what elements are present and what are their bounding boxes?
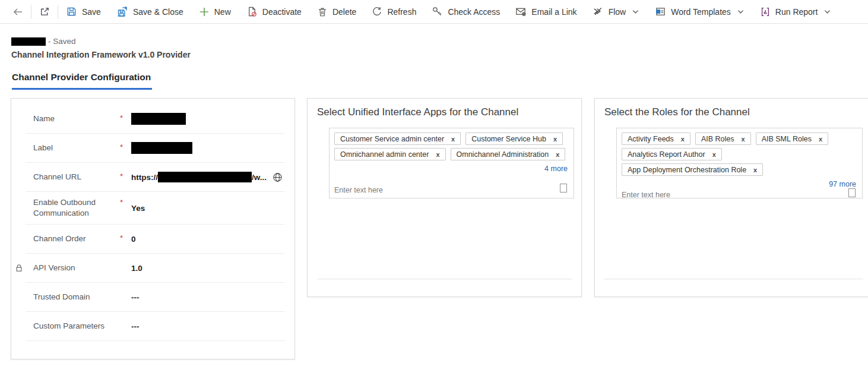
flow-button[interactable]: Flow xyxy=(585,0,648,23)
field-label: Label xyxy=(33,143,120,153)
key-icon xyxy=(432,6,443,17)
field-row-name: Name * xyxy=(26,105,285,134)
remove-tag-icon[interactable]: x xyxy=(819,135,822,143)
unrendered-glyph-icon xyxy=(848,188,856,197)
save-and-close-button[interactable]: Save & Close xyxy=(109,0,191,23)
command-bar: Save Save & Close New Deactivate Delete … xyxy=(0,0,868,24)
delete-button[interactable]: Delete xyxy=(309,0,364,23)
save-status-label: - Saved xyxy=(48,37,76,46)
channel-url-field[interactable]: https:///w... xyxy=(131,172,283,182)
save-and-close-label: Save & Close xyxy=(133,7,183,17)
remove-tag-icon[interactable]: x xyxy=(556,151,559,158)
channel-order-field[interactable]: 0 xyxy=(131,235,136,244)
tag-label: Activity Feeds xyxy=(628,135,674,143)
app-tag: Customer Service admin centerx xyxy=(334,133,461,145)
field-row-channel-order: Channel Order * 0 xyxy=(26,225,285,254)
tab-strip: Channel Provider Configuration xyxy=(12,72,152,90)
delete-label: Delete xyxy=(332,7,356,17)
refresh-label: Refresh xyxy=(387,7,416,17)
tag-label: Customer Service Hub xyxy=(471,135,546,143)
run-report-label: Run Report xyxy=(775,7,818,17)
field-row-api-version: API Version 1.0 xyxy=(26,254,285,283)
back-button[interactable] xyxy=(5,0,31,23)
redacted-value xyxy=(131,142,192,154)
record-type-label: Channel Integration Framework v1.0 Provi… xyxy=(11,50,191,59)
email-a-link-button[interactable]: Email a Link xyxy=(508,0,584,23)
field-label: Channel Order xyxy=(33,234,120,244)
record-status: - Saved xyxy=(11,37,76,46)
field-row-channel-url: Channel URL * https:///w... xyxy=(26,163,285,192)
remove-tag-icon[interactable]: x xyxy=(436,151,439,158)
section-divider xyxy=(604,279,863,279)
name-field[interactable] xyxy=(131,113,186,125)
save-button[interactable]: Save xyxy=(58,0,109,23)
envelope-icon xyxy=(515,6,527,17)
remove-tag-icon[interactable]: x xyxy=(681,135,685,143)
save-icon xyxy=(66,6,77,17)
roles-multiselect[interactable]: Activity Feedsx AIB Rolesx AIB SML Roles… xyxy=(616,128,863,198)
trusted-domain-field[interactable]: --- xyxy=(131,293,140,302)
section-divider xyxy=(317,279,572,279)
unrendered-glyph-icon xyxy=(560,184,567,193)
apps-more-link[interactable]: 4 more xyxy=(334,165,569,173)
word-templates-label: Word Templates xyxy=(671,7,731,17)
role-tag: AIB SML Rolesx xyxy=(756,133,828,145)
run-report-button[interactable]: Run Report xyxy=(752,0,840,23)
tag-label: Omnichannel admin center xyxy=(340,150,429,159)
label-field[interactable] xyxy=(131,142,192,154)
apps-input-row xyxy=(334,184,569,194)
required-marker: * xyxy=(120,225,131,242)
role-tag: App Deployment Orchestration Rolex xyxy=(622,163,763,176)
field-label: API Version xyxy=(33,263,120,273)
apps-section-title: Select Unified Interface Apps for the Ch… xyxy=(317,106,572,118)
save-and-close-icon xyxy=(116,6,128,18)
flow-icon xyxy=(593,6,604,17)
tag-label: Analytics Report Author xyxy=(628,150,705,159)
apps-search-input[interactable] xyxy=(334,186,465,194)
flow-label: Flow xyxy=(609,7,626,17)
remove-tag-icon[interactable]: x xyxy=(742,135,745,143)
roles-more-link[interactable]: 97 more xyxy=(622,180,857,188)
remove-tag-icon[interactable]: x xyxy=(553,135,557,143)
url-suffix: /w... xyxy=(252,173,267,182)
redacted-value xyxy=(158,172,252,182)
app-tag: Omnichannel admin centerx xyxy=(334,148,446,160)
field-row-custom-parameters: Custom Parameters --- xyxy=(26,312,285,341)
field-label: Channel URL xyxy=(33,172,120,182)
popout-button[interactable] xyxy=(31,0,58,23)
remove-tag-icon[interactable]: x xyxy=(753,166,757,174)
field-label: Custom Parameters xyxy=(33,321,120,332)
refresh-button[interactable]: Refresh xyxy=(364,0,424,23)
deactivate-button[interactable]: Deactivate xyxy=(239,0,309,23)
deactivate-label: Deactivate xyxy=(262,7,302,17)
app-tag: Omnichannel Administrationx xyxy=(451,148,566,160)
new-button[interactable]: New xyxy=(191,0,239,23)
apps-tag-list: Customer Service admin centerx Customer … xyxy=(334,133,569,160)
api-version-field[interactable]: 1.0 xyxy=(131,264,142,273)
run-report-icon xyxy=(760,7,771,17)
check-access-label: Check Access xyxy=(448,7,500,17)
form-rows: Name * Label * Channel URL * https:///w.… xyxy=(11,99,294,341)
channel-provider-form-section: Name * Label * Channel URL * https:///w.… xyxy=(11,98,295,359)
enable-outbound-communication-field[interactable]: Yes xyxy=(131,204,145,213)
field-row-enable-outbound-communication: Enable Outbound Communication * Yes xyxy=(26,192,285,225)
field-row-label: Label * xyxy=(26,134,285,163)
tab-channel-provider-configuration[interactable]: Channel Provider Configuration xyxy=(12,72,152,90)
word-templates-button[interactable]: Word Templates xyxy=(647,0,752,23)
globe-icon[interactable] xyxy=(273,172,283,182)
remove-tag-icon[interactable]: x xyxy=(712,151,716,158)
roles-section-title: Select the Roles for the Channel xyxy=(604,106,863,118)
role-tag: Activity Feedsx xyxy=(622,133,690,145)
back-arrow-icon xyxy=(12,6,24,18)
redacted-record-name xyxy=(11,37,46,46)
field-label: Name xyxy=(33,113,120,124)
check-access-button[interactable]: Check Access xyxy=(424,0,508,23)
chevron-down-icon xyxy=(737,8,745,15)
roles-search-input[interactable] xyxy=(622,191,752,199)
apps-multiselect[interactable]: Customer Service admin centerx Customer … xyxy=(329,128,574,198)
custom-parameters-field[interactable]: --- xyxy=(131,322,140,331)
role-tag: Analytics Report Authorx xyxy=(622,148,722,160)
required-marker: * xyxy=(120,163,131,181)
remove-tag-icon[interactable]: x xyxy=(451,135,455,143)
roles-section: Select the Roles for the Channel Activit… xyxy=(594,98,868,297)
